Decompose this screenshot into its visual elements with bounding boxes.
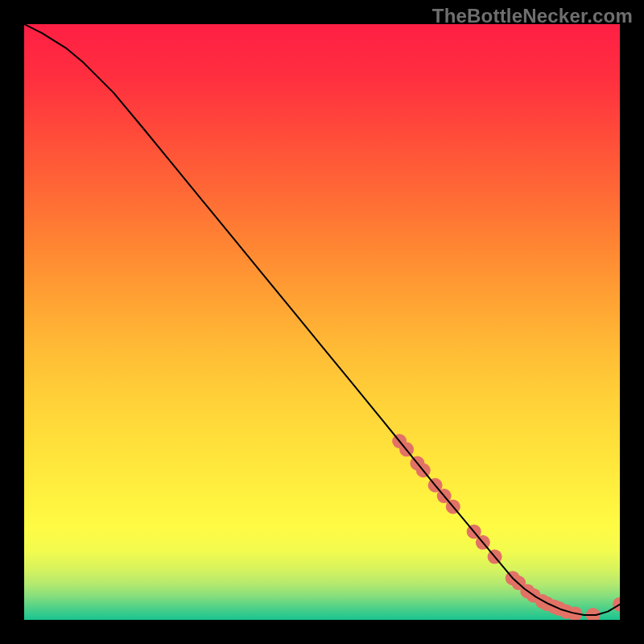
chart-svg: [24, 24, 620, 620]
chart-stage: TheBottleNecker.com: [0, 0, 644, 644]
plot-background: [24, 24, 620, 620]
